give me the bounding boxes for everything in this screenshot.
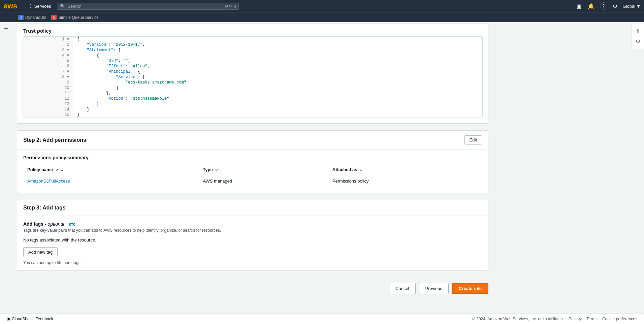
col-type[interactable]: Type ▽ <box>199 164 328 175</box>
service-tabs-bar: D DynamoDB S Simple Queue Service <box>0 12 644 22</box>
right-panel: ℹ ⚙ <box>632 24 644 48</box>
policy-name-cell: AmazonS3FullAccess <box>23 175 199 187</box>
search-icon: 🔍 <box>60 4 65 9</box>
policy-table: Policy name ↗ ▲ Type ▽ Attached as ▽ <box>23 164 482 187</box>
attached-as-cell: Permissions policy <box>328 175 482 187</box>
code-line-8: 8 ▼ "Service": [ <box>23 74 482 80</box>
dynamodb-tab[interactable]: D DynamoDB <box>17 14 47 21</box>
code-line-12: 12 "Action": "sts:AssumeRole" <box>23 96 482 101</box>
step3-header: Step 3: Add tags <box>17 200 488 216</box>
services-button[interactable]: ⋮⋮ Services <box>21 2 54 10</box>
tags-info-link[interactable]: Info <box>67 222 75 227</box>
code-line-13: 13 } <box>23 101 482 107</box>
settings-button[interactable]: ⚙ <box>612 2 618 10</box>
tags-section: Add tags - optional Info Tags are key-va… <box>17 216 488 270</box>
trust-policy-editor[interactable]: 1 ▼ { 2 "Version": "2012-10-17", 3 ▼ "St… <box>23 36 483 118</box>
global-label: Global <box>623 4 636 9</box>
policy-name-link[interactable]: AmazonS3FullAccess <box>27 179 70 184</box>
code-line-2: 2 "Version": "2012-10-17", <box>23 42 482 47</box>
step3-title: Step 3: Add tags <box>23 205 66 211</box>
search-bar[interactable]: 🔍 [Alt+S] <box>57 3 239 10</box>
code-line-4: 4 ▼ { <box>23 53 482 58</box>
cloudshell-button[interactable]: ▣ CloudShell <box>7 317 31 320</box>
sort-desc-icon-type: ▽ <box>215 168 218 172</box>
code-line-1: 1 ▼ { <box>23 37 482 42</box>
previous-button[interactable]: Previous <box>419 283 449 294</box>
code-line-3: 3 ▼ "Statement": [ <box>23 47 482 53</box>
external-link-icon: ↗ <box>55 168 58 172</box>
nav-right-icons: ▣ 🔔 ? ⚙ Global ▼ <box>576 2 641 10</box>
feedback-button[interactable]: Feedback <box>35 317 53 320</box>
footer-right: © 2024, Amazon Web Services, Inc. or its… <box>472 317 637 320</box>
sidebar-toggle[interactable]: ☰ <box>0 24 12 36</box>
dynamodb-label: DynamoDB <box>25 15 46 20</box>
dynamodb-icon: D <box>18 15 24 20</box>
sort-desc-icon-attached: ▽ <box>360 168 362 172</box>
right-panel-info-icon[interactable]: ℹ <box>633 26 643 36</box>
chevron-down-icon: ▼ <box>636 4 641 9</box>
policy-summary-title: Permissions policy summary <box>23 155 482 160</box>
terminal-icon-button[interactable]: ▣ <box>576 2 582 10</box>
bottom-footer: ▣ CloudShell Feedback © 2024, Amazon Web… <box>0 314 644 320</box>
global-region-button[interactable]: Global ▼ <box>623 4 641 9</box>
sqs-icon: S <box>51 15 57 20</box>
code-line-7: 7 ▼ "Principal": { <box>23 69 482 74</box>
terms-link[interactable]: Terms <box>586 317 598 320</box>
top-navigation: aws ⋮⋮ Services 🔍 [Alt+S] ▣ 🔔 ? ⚙ Global… <box>0 0 644 12</box>
sort-asc-icon: ▲ <box>60 168 64 172</box>
main-content: Trust policy 1 ▼ { 2 "Version": "2012-10… <box>0 24 505 320</box>
permissions-policy-summary: Permissions policy summary Policy name ↗… <box>17 150 488 193</box>
notifications-button[interactable]: 🔔 <box>587 2 595 10</box>
edit-button[interactable]: Edit <box>464 135 482 144</box>
code-line-14: 14 ] <box>23 107 482 112</box>
add-new-tag-button[interactable]: Add new tag <box>23 247 58 257</box>
step2-title: Step 2: Add permissions <box>23 137 86 143</box>
copyright-text: © 2024, Amazon Web Services, Inc. or its… <box>472 317 564 320</box>
code-lines: 1 ▼ { 2 "Version": "2012-10-17", 3 ▼ "St… <box>23 37 482 118</box>
trust-policy-section: Trust policy 1 ▼ { 2 "Version": "2012-10… <box>17 24 488 124</box>
no-tags-message: No tags associated with the resource. <box>23 237 482 242</box>
trust-policy-title: Trust policy <box>17 24 488 36</box>
grid-icon: ⋮⋮ <box>24 3 33 9</box>
col-attached-as[interactable]: Attached as ▽ <box>328 164 482 175</box>
sqs-tab[interactable]: S Simple Queue Service <box>50 14 100 21</box>
code-line-15: 15 } <box>23 112 482 118</box>
privacy-link[interactable]: Privacy <box>569 317 582 320</box>
cancel-button[interactable]: Cancel <box>389 283 415 294</box>
code-line-9: 9 "ecs-tasks.amazonaws.com" <box>23 80 482 85</box>
code-line-10: 10 ] <box>23 85 482 91</box>
right-panel-settings-icon[interactable]: ⚙ <box>633 36 643 46</box>
step2-header: Step 2: Add permissions Edit <box>17 131 488 150</box>
search-input[interactable] <box>67 4 225 9</box>
code-line-11: 11 }, <box>23 91 482 96</box>
step3-section: Step 3: Add tags Add tags - optional Inf… <box>17 200 488 271</box>
tags-description: Tags are key-value pairs that you can ad… <box>23 228 482 233</box>
terminal-small-icon: ▣ <box>7 317 10 320</box>
aws-logo-text: aws <box>3 2 18 10</box>
step2-section: Step 2: Add permissions Edit Permissions… <box>17 130 488 193</box>
tags-title: Add tags - optional Info <box>23 221 482 227</box>
create-role-button[interactable]: Create role <box>452 283 488 294</box>
cookie-preferences-link[interactable]: Cookie preferences <box>602 317 637 320</box>
aws-logo[interactable]: aws <box>3 2 18 10</box>
table-header-row: Policy name ↗ ▲ Type ▽ Attached as ▽ <box>23 164 482 175</box>
help-button[interactable]: ? <box>600 2 607 10</box>
services-label: Services <box>34 4 51 9</box>
sqs-label: Simple Queue Service <box>58 15 98 20</box>
footer-actions: Cancel Previous Create role <box>17 278 488 299</box>
type-cell: AWS managed <box>199 175 328 187</box>
code-line-6: 6 "Effect": "Allow", <box>23 64 482 69</box>
search-shortcut: [Alt+S] <box>225 4 236 8</box>
code-line-5: 5 "Sid": "", <box>23 58 482 64</box>
tags-limit-message: You can add up to 50 more tags. <box>23 260 482 265</box>
col-policy-name[interactable]: Policy name ↗ ▲ <box>23 164 199 175</box>
table-row: AmazonS3FullAccess AWS managed Permissio… <box>23 175 482 187</box>
footer-left: ▣ CloudShell Feedback <box>7 317 53 320</box>
